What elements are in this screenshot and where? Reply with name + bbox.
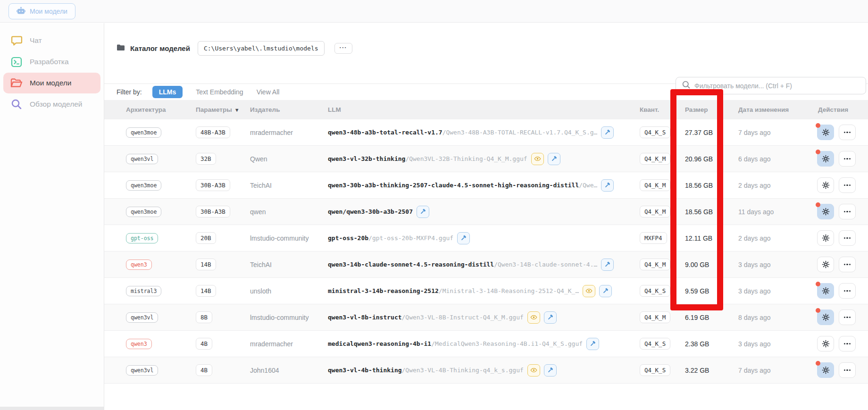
model-name: qwen3-14b-claude-sonnet-4.5-reasoning-di… (328, 261, 494, 268)
directory-more-button[interactable]: ··· (334, 43, 352, 54)
model-settings-button[interactable] (817, 230, 834, 246)
model-name: qwen3-vl-8b-instruct (328, 314, 402, 321)
folder-icon (117, 44, 125, 53)
sidebar-item-develop[interactable]: Разработка (3, 51, 100, 72)
model-name-cell: ministral-3-14b-reasoning-2512/Ministral… (328, 285, 640, 297)
filter-tab-llms[interactable]: LLMs (152, 86, 183, 98)
model-row[interactable]: qwen3vl 4B John1604 qwen3-vl-4b-thinking… (104, 357, 868, 384)
robot-icon (17, 7, 25, 16)
gear-icon (822, 181, 830, 189)
model-settings-button[interactable] (817, 151, 834, 167)
tool-use-capability-icon (601, 259, 614, 271)
model-row[interactable]: qwen3moe 30B-A3B qwen qwen/qwen3-30b-a3b… (104, 199, 868, 225)
modified-date: 3 days ago (732, 261, 810, 268)
quant-badge: Q4_K_M (640, 179, 670, 191)
my-models-page: Каталог моделей C:\Users\yabel\.lmstudio… (104, 23, 868, 410)
model-search-input[interactable]: Фильтровать модели... (Ctrl + F) (676, 77, 866, 94)
filter-tab-view-all[interactable]: View All (257, 88, 280, 96)
loaded-model-button-label: Мои модели (30, 8, 67, 15)
model-file-path: /Ministral-3-14B-Reasoning-2512-Q4_K_… (439, 287, 579, 294)
publisher-label: unsloth (250, 287, 328, 295)
sidebar-item-my-models[interactable]: Мои модели (3, 73, 100, 93)
column-size[interactable]: Размер (682, 106, 732, 113)
quant-badge: Q4_K_S (640, 126, 670, 138)
tool-use-capability-icon (548, 153, 560, 165)
model-row[interactable]: qwen3vl 32B Qwen qwen3-vl-32b-thinking/Q… (104, 146, 868, 172)
model-name: qwen3-vl-4b-thinking (328, 367, 402, 374)
column-quant[interactable]: Квант. (640, 106, 682, 113)
model-row[interactable]: qwen3moe 48B-A3B mradermacher qwen3-48b-… (104, 119, 868, 146)
model-more-button[interactable] (839, 257, 856, 272)
modified-date: 7 days ago (732, 129, 810, 136)
model-more-button[interactable] (839, 204, 856, 219)
search-placeholder: Фильтровать модели... (Ctrl + F) (694, 82, 792, 90)
model-settings-button[interactable] (817, 336, 834, 351)
model-row[interactable]: mistral3 14B unsloth ministral-3-14b-rea… (104, 278, 868, 304)
architecture-badge: qwen3vl (126, 365, 158, 376)
params-badge: 8B (196, 311, 212, 323)
column-publisher[interactable]: Издатель (250, 106, 328, 113)
sidebar-item-model-overview[interactable]: Обзор моделей (3, 94, 100, 115)
model-name: qwen3-vl-32b-thinking (328, 155, 405, 162)
models-directory-label: Каталог моделей (130, 44, 190, 52)
filter-tab-text-embedding[interactable]: Text Embedding (196, 88, 243, 96)
loaded-model-button[interactable]: Мои модели (8, 3, 75, 19)
model-size: 6.19 GB (682, 314, 732, 321)
column-architecture[interactable]: Архитектура (126, 106, 196, 113)
column-modified[interactable]: Дата изменения (732, 106, 810, 113)
model-more-button[interactable] (839, 362, 856, 378)
vision-capability-icon (583, 285, 595, 297)
actions-cell (810, 257, 857, 272)
sidebar-item-chat[interactable]: Чат (3, 30, 100, 51)
update-available-dot (816, 123, 820, 128)
modified-date: 7 days ago (732, 367, 810, 374)
model-settings-button[interactable] (817, 310, 834, 325)
quant-badge: Q4_K_S (640, 338, 670, 350)
model-more-button[interactable] (839, 283, 856, 299)
model-row[interactable]: qwen3vl 8B lmstudio-community qwen3-vl-8… (104, 304, 868, 331)
column-llm[interactable]: LLM (328, 106, 640, 113)
model-name-cell: qwen3-vl-4b-thinking/Qwen3-VL-4B-Thinkin… (328, 364, 640, 377)
model-row[interactable]: qwen3 14B TeichAI qwen3-14b-claude-sonne… (104, 251, 868, 278)
model-more-button[interactable] (839, 336, 856, 351)
model-settings-button[interactable] (817, 204, 834, 219)
model-settings-button[interactable] (817, 257, 834, 272)
modified-date: 3 days ago (732, 287, 810, 295)
column-params[interactable]: Параметры▼ (196, 106, 250, 113)
tool-use-capability-icon (417, 206, 429, 218)
update-available-dot (816, 308, 820, 313)
model-more-button[interactable] (839, 151, 856, 167)
search-icon (682, 81, 690, 91)
actions-cell (810, 283, 857, 299)
update-available-dot (816, 150, 820, 154)
actions-cell (810, 177, 857, 193)
model-more-button[interactable] (839, 310, 856, 325)
model-row[interactable]: qwen3moe 30B-A3B TeichAI qwen3-30b-a3b-t… (104, 172, 868, 199)
model-more-button[interactable] (839, 125, 856, 140)
model-table-body: qwen3moe 48B-A3B mradermacher qwen3-48b-… (104, 119, 868, 384)
model-row[interactable]: qwen3 4B mradermacher medicalqwen3-reaso… (104, 331, 868, 357)
params-badge: 48B-A3B (196, 126, 230, 138)
model-settings-button[interactable] (817, 177, 834, 193)
gear-icon (822, 155, 830, 163)
quant-badge: Q4_K_M (640, 206, 670, 218)
model-name-cell: qwen3-vl-32b-thinking/Qwen3VL-32B-Thinki… (328, 153, 640, 165)
model-more-button[interactable] (839, 230, 856, 246)
model-name: ministral-3-14b-reasoning-2512 (328, 287, 439, 294)
model-row[interactable]: gpt-oss 20B lmstudio-community gpt-oss-2… (104, 225, 868, 251)
models-directory-path[interactable]: C:\Users\yabel\.lmstudio\models (198, 41, 325, 56)
model-settings-button[interactable] (817, 362, 834, 378)
quant-badge: Q4_K_S (640, 364, 670, 376)
publisher-label: TeichAI (250, 182, 328, 189)
model-settings-button[interactable] (817, 125, 834, 140)
model-size: 9.00 GB (682, 261, 732, 268)
actions-cell (810, 204, 857, 219)
model-more-button[interactable] (839, 177, 856, 193)
sidebar: Чат Разработка Мои модели (0, 23, 104, 410)
publisher-label: lmstudio-community (250, 314, 328, 321)
sidebar-bottom-strip (0, 407, 104, 410)
tool-use-capability-icon (601, 126, 614, 139)
model-settings-button[interactable] (817, 283, 834, 299)
gear-icon (822, 366, 830, 374)
actions-cell (810, 230, 857, 246)
